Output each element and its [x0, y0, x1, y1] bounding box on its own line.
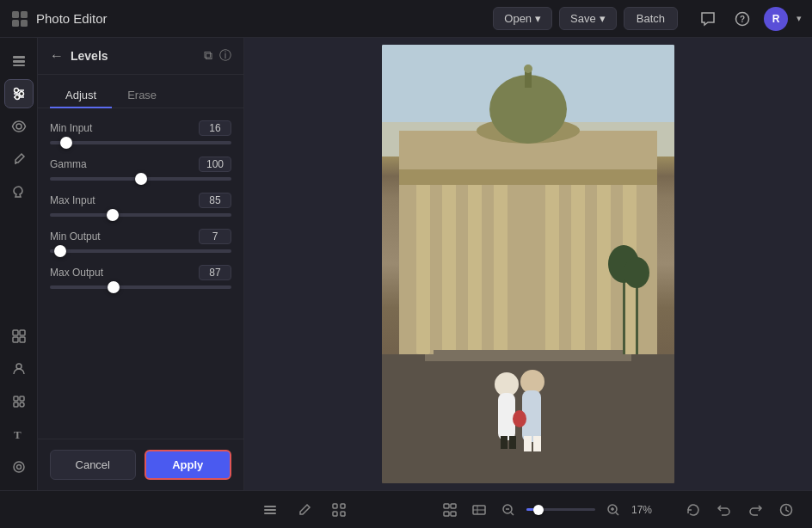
redo-button[interactable] — [743, 498, 767, 522]
sidebar-item-objects[interactable] — [4, 387, 34, 416]
fit-screen-button[interactable] — [439, 499, 461, 521]
canvas-area — [244, 38, 812, 490]
svg-rect-48 — [498, 393, 515, 440]
levels-buttons: Cancel Apply — [38, 439, 243, 490]
gamma-slider[interactable] — [50, 177, 231, 181]
min-output-value: 7 — [199, 229, 231, 244]
svg-point-51 — [520, 370, 544, 394]
bottombar-right — [681, 498, 798, 522]
copy-icon[interactable]: ⧉ — [204, 48, 212, 64]
min-output-control: Min Output 7 — [50, 229, 231, 253]
apply-button[interactable]: Apply — [145, 450, 232, 480]
svg-rect-38 — [494, 182, 508, 354]
svg-point-26 — [14, 462, 24, 472]
save-label: Save — [570, 12, 596, 25]
max-input-control: Max Input 85 — [50, 193, 231, 217]
open-button[interactable]: Open ▾ — [493, 7, 552, 30]
sidebar-item-layers[interactable] — [4, 46, 34, 76]
iconbar: T — [0, 38, 38, 490]
svg-point-10 — [14, 89, 18, 93]
zoom-thumb[interactable] — [533, 505, 544, 515]
avatar[interactable]: R — [764, 7, 788, 31]
svg-rect-23 — [14, 402, 18, 407]
svg-rect-19 — [20, 337, 25, 342]
sidebar-item-lasso[interactable] — [4, 177, 34, 206]
gamma-value: 100 — [199, 157, 231, 172]
sidebar-item-gallery[interactable] — [4, 322, 34, 351]
tab-adjust[interactable]: Adjust — [50, 83, 112, 108]
svg-line-80 — [616, 513, 618, 515]
tab-erase[interactable]: Erase — [112, 83, 172, 108]
svg-rect-66 — [341, 512, 345, 516]
max-input-slider[interactable] — [50, 213, 231, 217]
min-input-label: Min Input — [50, 122, 92, 134]
sidebar-item-text[interactable]: T — [4, 420, 34, 449]
svg-rect-22 — [20, 396, 24, 401]
open-chevron: ▾ — [535, 12, 541, 25]
app-logo: Photo Editor — [10, 9, 108, 28]
max-input-value: 85 — [199, 193, 231, 208]
layers-tool-button[interactable] — [258, 498, 282, 522]
help-button[interactable]: ? — [729, 6, 755, 32]
svg-rect-0 — [12, 11, 19, 18]
svg-rect-50 — [509, 436, 516, 449]
info-icon[interactable]: ⓘ — [219, 48, 231, 64]
min-input-slider[interactable] — [50, 141, 231, 144]
svg-rect-70 — [451, 512, 456, 516]
svg-rect-7 — [13, 60, 25, 63]
sidebar-item-brush[interactable] — [4, 144, 34, 174]
svg-rect-8 — [13, 64, 25, 66]
sidebar-item-view[interactable] — [4, 112, 34, 141]
topbar: Photo Editor Open ▾ Save ▾ Batch ? R ▾ — [0, 0, 812, 38]
svg-point-34 — [524, 64, 532, 73]
svg-rect-17 — [20, 330, 25, 335]
min-output-slider[interactable] — [50, 249, 231, 253]
resize-button[interactable] — [468, 499, 490, 521]
history-button[interactable] — [774, 498, 798, 522]
back-button[interactable]: ← — [50, 48, 64, 64]
svg-rect-2 — [12, 20, 19, 27]
svg-rect-53 — [524, 436, 532, 451]
svg-rect-60 — [264, 506, 276, 507]
svg-rect-61 — [264, 509, 276, 511]
svg-rect-36 — [442, 182, 456, 354]
canvas-image — [382, 45, 674, 483]
sidebar-item-people[interactable] — [4, 354, 34, 384]
zoom-out-button[interactable] — [497, 499, 520, 521]
svg-rect-35 — [416, 182, 430, 354]
svg-point-27 — [16, 465, 21, 470]
comments-button[interactable] — [695, 6, 721, 32]
svg-point-59 — [624, 257, 649, 288]
undo-button[interactable] — [712, 498, 736, 522]
zoom-slider-track — [526, 508, 595, 511]
svg-rect-54 — [533, 436, 541, 451]
max-output-control: Max Output 87 — [50, 265, 231, 289]
svg-rect-65 — [333, 512, 337, 516]
max-output-slider[interactable] — [50, 285, 231, 289]
levels-header-icons: ⧉ ⓘ — [204, 48, 231, 64]
min-input-value: 16 — [199, 120, 231, 136]
reset-button[interactable] — [681, 498, 705, 522]
grid-tool-button[interactable] — [327, 498, 351, 522]
cancel-button[interactable]: Cancel — [50, 450, 136, 480]
sidebar-item-adjustments[interactable] — [4, 79, 34, 108]
zoom-in-button[interactable] — [602, 499, 624, 521]
sidebar-item-filter[interactable] — [4, 452, 34, 482]
levels-controls: Min Input 16 Gamma 100 Max Input 85 — [38, 108, 243, 439]
svg-rect-37 — [468, 182, 482, 354]
photo — [382, 45, 674, 483]
save-button[interactable]: Save ▾ — [559, 7, 617, 30]
min-input-control: Min Input 16 — [50, 120, 231, 144]
photo-svg — [382, 45, 674, 483]
svg-rect-6 — [13, 56, 25, 58]
min-output-label: Min Output — [50, 230, 101, 243]
batch-button[interactable]: Batch — [624, 7, 678, 30]
svg-rect-58 — [636, 277, 638, 354]
max-input-label: Max Input — [50, 194, 95, 206]
zoom-controls: 17% — [439, 499, 661, 521]
gamma-control: Gamma 100 — [50, 157, 231, 181]
svg-text:?: ? — [740, 15, 745, 24]
zoom-slider-container — [526, 508, 595, 511]
app-logo-icon — [10, 9, 29, 28]
edit-tool-button[interactable] — [292, 498, 317, 522]
